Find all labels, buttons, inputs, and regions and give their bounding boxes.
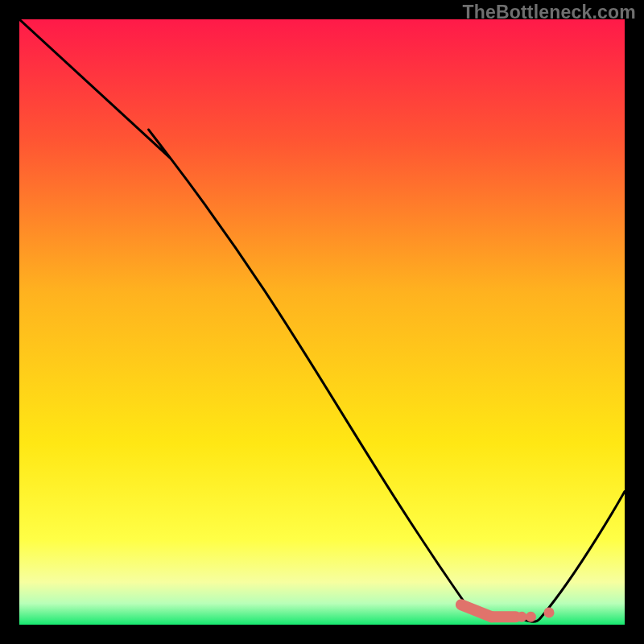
highlight-dot [517,612,527,622]
bottleneck-chart [19,19,625,625]
watermark-text: TheBottleneck.com [462,2,636,23]
highlight-dot [544,607,555,617]
plot-frame [19,19,625,625]
highlight-dot [526,612,536,622]
gradient-background [19,19,625,625]
